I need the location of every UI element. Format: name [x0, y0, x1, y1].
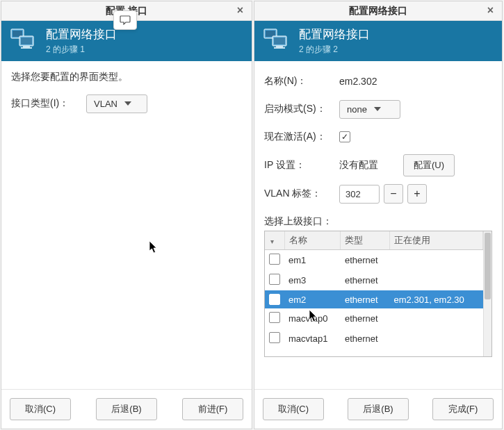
back-button[interactable]: 后退(B) [348, 398, 409, 420]
row-in-use [390, 329, 483, 349]
scrollbar-thumb[interactable] [485, 233, 491, 299]
row-type: ethernet [341, 270, 390, 290]
table-row[interactable]: macvtap0ethernet [265, 308, 483, 329]
cancel-button[interactable]: 取消(C) [10, 398, 71, 420]
footer-buttons: 取消(C) 后退(B) 完成(F) [254, 389, 502, 429]
back-button[interactable]: 后退(B) [96, 398, 157, 420]
svg-rect-11 [274, 47, 285, 49]
wizard-header: 配置网络接口 2 的步骤 2 [254, 21, 502, 61]
table-scrollbar[interactable] [483, 231, 491, 356]
vlan-tag-stepper: 302 − + [339, 184, 427, 204]
window-title: 配置网络接口 [349, 5, 407, 17]
dialog-step2: 配置网络接口 × 配置网络接口 2 的步骤 2 名称(N)： em2.302 启… [254, 1, 503, 429]
parent-interface-label: 选择上级接口： [264, 215, 492, 228]
close-button[interactable]: × [234, 4, 246, 17]
chevron-down-icon [374, 107, 381, 111]
stepper-plus-button[interactable]: + [407, 184, 427, 204]
header-step: 2 的步骤 1 [46, 44, 117, 56]
ip-settings-value: 没有配置 [339, 159, 403, 172]
name-value: em2.302 [339, 76, 377, 87]
svg-rect-4 [23, 46, 30, 47]
footer-buttons: 取消(C) 后退(B) 前进(F) [1, 389, 252, 429]
row-name: macvtap1 [284, 329, 341, 349]
activate-now-checkbox[interactable] [339, 131, 350, 142]
start-mode-value: none [347, 104, 367, 115]
row-checkbox[interactable] [269, 312, 280, 323]
svg-rect-5 [21, 47, 32, 49]
titlebar: 配置网络接口 × [254, 1, 502, 21]
row-name: macvtap0 [284, 308, 341, 329]
row-checkbox[interactable] [269, 274, 280, 285]
prompt-text: 选择您要配置的界面类型。 [11, 71, 242, 83]
row-in-use [390, 250, 483, 271]
interface-type-select[interactable]: VLAN [86, 94, 147, 113]
computer-network-icon [10, 26, 39, 56]
close-button[interactable]: × [485, 4, 496, 17]
row-name: em2 [284, 290, 341, 308]
header-title: 配置网络接口 [299, 26, 370, 42]
interface-type-label: 接口类型(I)： [11, 97, 86, 110]
row-checkbox[interactable] [269, 294, 280, 305]
row-type: ethernet [341, 308, 390, 329]
row-in-use [390, 308, 483, 329]
start-mode-select[interactable]: none [339, 100, 400, 119]
activate-now-label: 现在激活(A)： [264, 131, 339, 143]
cancel-button[interactable]: 取消(C) [263, 398, 324, 420]
computer-network-icon [263, 26, 292, 56]
table-row[interactable]: em3ethernet [265, 270, 483, 290]
row-type: ethernet [341, 290, 390, 308]
row-in-use [390, 270, 483, 290]
table-header-name[interactable]: 名称 [284, 231, 341, 250]
ip-configure-button[interactable]: 配置(U) [403, 154, 455, 176]
header-step: 2 的步骤 2 [299, 44, 370, 56]
table-header-type[interactable]: 类型 [341, 231, 390, 250]
table-row[interactable]: macvtap1ethernet [265, 329, 483, 349]
row-in-use: em2.301, em2.30 [390, 290, 483, 308]
svg-rect-9 [274, 38, 285, 44]
row-checkbox[interactable] [269, 254, 280, 265]
row-name: em3 [284, 270, 341, 290]
row-type: ethernet [341, 250, 390, 271]
finish-button[interactable]: 完成(F) [432, 398, 494, 420]
svg-rect-10 [276, 46, 283, 47]
table-row[interactable]: em2ethernetem2.301, em2.30 [265, 290, 483, 308]
row-type: ethernet [341, 329, 390, 349]
next-button[interactable]: 前进(F) [182, 398, 243, 420]
vlan-tag-input[interactable]: 302 [339, 185, 380, 204]
vlan-tag-label: VLAN 标签： [264, 188, 339, 200]
dialog-step1: 配置 接口 × 配置网络接口 2 的步骤 1 选择您要配置的界面类型。 接口类型… [1, 1, 252, 429]
comment-bubble[interactable] [113, 10, 137, 30]
interface-type-value: VLAN [94, 99, 117, 109]
name-label: 名称(N)： [264, 75, 339, 88]
parent-interface-table: 名称 类型 正在使用 em1ethernetem3ethernetem2ethe… [264, 231, 492, 357]
table-row[interactable]: em1ethernet [265, 250, 483, 271]
start-mode-label: 启动模式(S)： [264, 103, 339, 115]
table-header-in-use[interactable]: 正在使用 [390, 231, 483, 250]
row-name: em1 [284, 250, 341, 271]
row-checkbox[interactable] [269, 332, 280, 343]
table-header-check[interactable] [265, 231, 284, 250]
header-title: 配置网络接口 [46, 26, 117, 42]
stepper-minus-button[interactable]: − [384, 184, 403, 204]
speech-bubble-icon [120, 15, 131, 25]
ip-settings-label: IP 设置： [264, 159, 339, 172]
svg-rect-3 [21, 38, 32, 44]
chevron-down-icon [124, 101, 131, 106]
